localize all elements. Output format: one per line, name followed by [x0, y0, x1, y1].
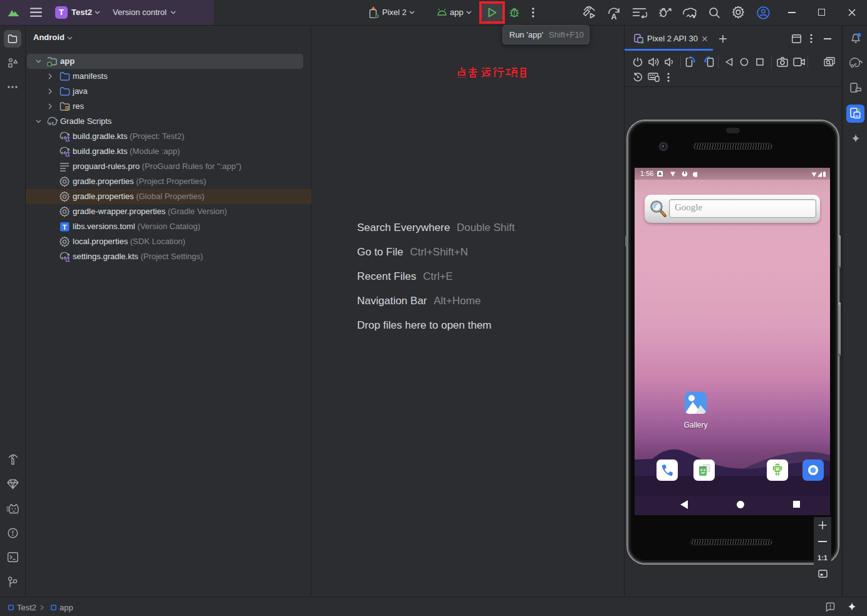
svg-text:A: A	[658, 172, 662, 176]
svg-text:A: A	[611, 13, 617, 20]
